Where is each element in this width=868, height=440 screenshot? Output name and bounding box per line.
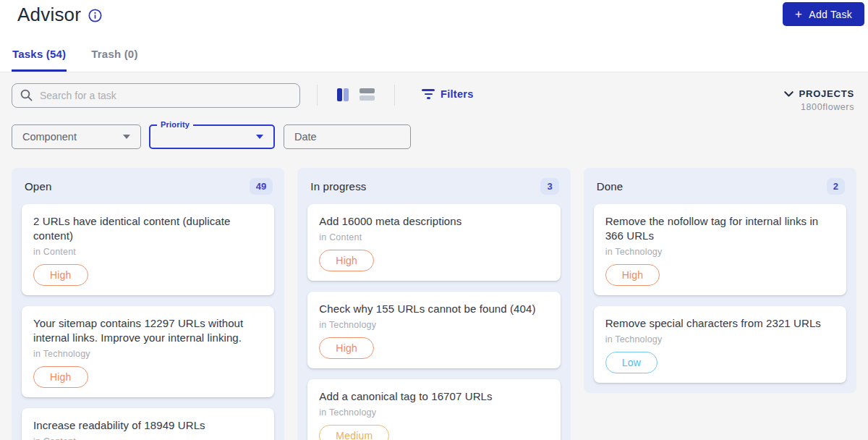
priority-pill[interactable]: High: [319, 337, 374, 359]
search-box: [12, 83, 300, 108]
priority-pill[interactable]: High: [33, 264, 88, 286]
toolbar: Filters PROJECTS 1800flowers: [0, 72, 868, 124]
page-title: Advisor: [17, 4, 81, 26]
filters-button[interactable]: Filters: [422, 88, 474, 100]
column-count-badge: 2: [827, 178, 845, 195]
projects-label: PROJECTS: [799, 88, 854, 99]
task-category: in Content: [319, 232, 548, 242]
card-list: Remove the nofollow tag for internal lin…: [594, 204, 846, 383]
column-in-progress: In progress 3 Add 16000 meta description…: [297, 168, 570, 440]
column-open: Open 49 2 URLs have identical content (d…: [12, 168, 284, 440]
component-filter-select[interactable]: Component: [12, 124, 141, 149]
toolbar-divider: [317, 85, 318, 106]
title-wrap: Advisor: [17, 4, 102, 26]
column-title: In progress: [310, 180, 366, 192]
projects-selector[interactable]: PROJECTS 1800flowers: [784, 88, 854, 112]
project-name: 1800flowers: [784, 102, 854, 112]
filter-row: Component Priority Date: [0, 124, 868, 168]
column-title: Done: [597, 180, 624, 192]
column-header: Done 2: [594, 175, 846, 195]
task-card[interactable]: Your sitemap contains 12297 URLs without…: [22, 306, 274, 397]
task-card[interactable]: Add 16000 meta descriptions in Content H…: [307, 204, 560, 281]
task-category: in Content: [33, 436, 263, 440]
card-list: 2 URLs have identical content (duplicate…: [22, 204, 274, 440]
column-count-badge: 49: [250, 178, 273, 195]
task-card[interactable]: Remove special characters from 2321 URLs…: [594, 306, 846, 383]
projects-row: PROJECTS: [784, 88, 854, 99]
task-card[interactable]: 2 URLs have identical content (duplicate…: [22, 204, 274, 295]
filters-label: Filters: [441, 88, 474, 100]
priority-pill[interactable]: High: [33, 366, 88, 388]
info-icon[interactable]: [88, 9, 102, 22]
list-view-icon[interactable]: [359, 88, 375, 101]
plus-icon: +: [795, 8, 802, 20]
task-title: Add a canonical tag to 16707 URLs: [319, 389, 548, 404]
task-card[interactable]: Add a canonical tag to 16707 URLs in Tec…: [307, 379, 560, 440]
chevron-down-icon: [123, 135, 130, 139]
kanban-board: Open 49 2 URLs have identical content (d…: [0, 168, 868, 440]
task-category: in Technology: [605, 334, 835, 344]
task-card[interactable]: Increase readability of 18949 URLs in Co…: [22, 408, 274, 440]
page-header: Advisor + Add Task Tasks (54) Trash (0): [0, 0, 868, 72]
add-task-button[interactable]: + Add Task: [783, 2, 864, 26]
search-input[interactable]: [12, 83, 300, 108]
task-category: in Technology: [33, 349, 263, 359]
task-category: in Technology: [319, 320, 548, 330]
kanban-view-icon[interactable]: [337, 88, 349, 101]
tab-tasks[interactable]: Tasks (54): [12, 48, 67, 72]
chevron-down-icon: [784, 91, 793, 97]
priority-pill[interactable]: Medium: [319, 425, 389, 440]
card-list: Add 16000 meta descriptions in Content H…: [307, 204, 560, 440]
priority-pill[interactable]: High: [605, 264, 660, 286]
task-title: Your sitemap contains 12297 URLs without…: [33, 316, 263, 345]
column-header: In progress 3: [307, 175, 560, 195]
task-category: in Technology: [605, 247, 835, 257]
priority-filter-select[interactable]: Priority: [149, 124, 275, 149]
add-task-label: Add Task: [809, 9, 852, 20]
tab-trash[interactable]: Trash (0): [90, 48, 138, 72]
date-filter-input[interactable]: Date: [284, 124, 411, 149]
task-title: Check why 155 URLs cannot be found (404): [319, 302, 548, 316]
column-title: Open: [25, 180, 52, 192]
component-filter-label: Component: [22, 131, 77, 143]
task-title: Add 16000 meta descriptions: [319, 214, 548, 229]
task-title: Remove special characters from 2321 URLs: [605, 316, 835, 331]
task-title: Increase readability of 18949 URLs: [33, 418, 263, 433]
task-title: 2 URLs have identical content (duplicate…: [33, 214, 263, 243]
priority-pill[interactable]: High: [319, 250, 374, 271]
column-count-badge: 3: [540, 178, 558, 195]
toolbar-divider: [394, 85, 395, 106]
column-done: Done 2 Remove the nofollow tag for inter…: [584, 168, 856, 393]
tabs: Tasks (54) Trash (0): [12, 48, 139, 72]
task-card[interactable]: Remove the nofollow tag for internal lin…: [594, 204, 846, 295]
task-title: Remove the nofollow tag for internal lin…: [605, 214, 835, 243]
priority-pill[interactable]: Low: [605, 352, 658, 373]
date-filter-label: Date: [294, 131, 317, 143]
chevron-down-icon: [256, 135, 263, 139]
task-card[interactable]: Check why 155 URLs cannot be found (404)…: [307, 292, 560, 368]
task-category: in Content: [33, 247, 263, 257]
filter-icon: [422, 89, 435, 99]
search-icon: [20, 89, 33, 101]
column-header: Open 49: [22, 175, 274, 195]
advisor-app: Advisor + Add Task Tasks (54) Trash (0): [0, 0, 868, 440]
task-category: in Technology: [319, 407, 548, 418]
priority-filter-label: Priority: [157, 120, 193, 129]
